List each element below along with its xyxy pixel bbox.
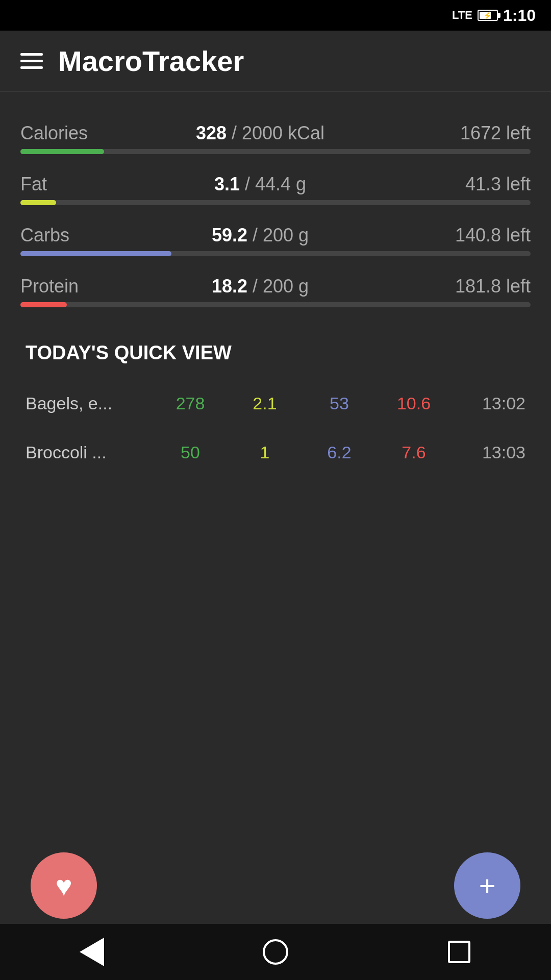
item-time-1: 13:03: [451, 443, 525, 462]
heart-icon: ♥: [55, 869, 72, 902]
carbs-progress-bar: [20, 251, 171, 256]
calories-values: 328 / 2000 kCal: [133, 122, 388, 144]
item-fat-1: 1: [228, 443, 302, 462]
status-time: 1:10: [503, 6, 536, 25]
menu-line-1: [20, 53, 43, 56]
list-item[interactable]: Bagels, e... 278 2.1 53 10.6 13:02: [20, 379, 531, 428]
quick-view-section: TODAY'S QUICK VIEW Bagels, e... 278 2.1 …: [20, 342, 531, 477]
item-protein-1: 7.6: [377, 443, 451, 462]
fat-progress-container: [20, 200, 531, 205]
protein-left: 181.8 left: [388, 276, 531, 297]
fat-values: 3.1 / 44.4 g: [133, 174, 388, 195]
lte-icon: LTE: [452, 9, 472, 22]
status-bar: LTE ⚡ 1:10: [0, 0, 551, 31]
calories-total: 2000 kCal: [242, 122, 324, 143]
carbs-label: Carbs: [20, 225, 133, 246]
nav-home-button[interactable]: [260, 937, 291, 967]
macros-section: Calories 328 / 2000 kCal 1672 left Fat 3…: [20, 107, 531, 322]
battery-bolt: ⚡: [483, 11, 492, 19]
protein-total: 200 g: [263, 276, 309, 297]
nav-recents-button[interactable]: [444, 937, 474, 967]
carbs-current: 59.2: [212, 225, 247, 246]
protein-separator: /: [253, 276, 263, 297]
app-header: MacroTracker: [0, 31, 551, 92]
item-fat-0: 2.1: [228, 394, 302, 413]
fat-separator: /: [245, 174, 255, 194]
carbs-row: Carbs 59.2 / 200 g 140.8 left: [20, 214, 531, 251]
calories-progress-bar: [20, 149, 104, 154]
menu-button[interactable]: [20, 53, 43, 69]
protein-progress-bar: [20, 302, 67, 307]
main-content: Calories 328 / 2000 kCal 1672 left Fat 3…: [0, 92, 551, 980]
item-time-0: 13:02: [451, 394, 525, 413]
quick-view-table: Bagels, e... 278 2.1 53 10.6 13:02 Brocc…: [20, 379, 531, 477]
menu-line-2: [20, 60, 43, 62]
protein-values: 18.2 / 200 g: [133, 276, 388, 297]
list-item[interactable]: Broccoli ... 50 1 6.2 7.6 13:03: [20, 428, 531, 477]
fat-left: 41.3 left: [388, 174, 531, 195]
protein-row: Protein 18.2 / 200 g 181.8 left: [20, 265, 531, 302]
item-calories-0: 278: [153, 394, 228, 413]
protein-current: 18.2: [212, 276, 247, 297]
protein-progress-container: [20, 302, 531, 307]
calories-row: Calories 328 / 2000 kCal 1672 left: [20, 112, 531, 149]
app-title: MacroTracker: [58, 44, 244, 78]
calories-progress-container: [20, 149, 531, 154]
recents-icon: [448, 941, 470, 963]
item-carbs-1: 6.2: [302, 443, 377, 462]
fat-label: Fat: [20, 174, 133, 195]
battery-icon: ⚡: [478, 10, 498, 21]
item-protein-0: 10.6: [377, 394, 451, 413]
calories-label: Calories: [20, 122, 133, 144]
carbs-values: 59.2 / 200 g: [133, 225, 388, 246]
carbs-total: 200 g: [263, 225, 309, 246]
carbs-separator: /: [253, 225, 263, 246]
nav-bar: [0, 924, 551, 980]
nav-back-button[interactable]: [77, 937, 107, 967]
favorites-button[interactable]: ♥: [31, 852, 97, 919]
calories-left: 1672 left: [388, 122, 531, 144]
status-icons: LTE ⚡ 1:10: [452, 6, 536, 25]
item-calories-1: 50: [153, 443, 228, 462]
menu-line-3: [20, 66, 43, 69]
item-name-0: Bagels, e...: [26, 394, 153, 413]
protein-label: Protein: [20, 276, 133, 297]
fat-progress-bar: [20, 200, 56, 205]
calories-current: 328: [196, 122, 227, 143]
home-icon: [263, 939, 288, 965]
fab-container: ♥ +: [0, 852, 551, 919]
calories-separator: /: [232, 122, 242, 143]
fat-current: 3.1: [214, 174, 240, 194]
add-icon: +: [479, 869, 496, 902]
add-button[interactable]: +: [454, 852, 520, 919]
back-icon: [80, 938, 104, 966]
carbs-left: 140.8 left: [388, 225, 531, 246]
fat-row: Fat 3.1 / 44.4 g 41.3 left: [20, 163, 531, 200]
carbs-progress-container: [20, 251, 531, 256]
item-name-1: Broccoli ...: [26, 443, 153, 462]
item-carbs-0: 53: [302, 394, 377, 413]
fat-total: 44.4 g: [255, 174, 306, 194]
quick-view-title: TODAY'S QUICK VIEW: [20, 342, 531, 364]
